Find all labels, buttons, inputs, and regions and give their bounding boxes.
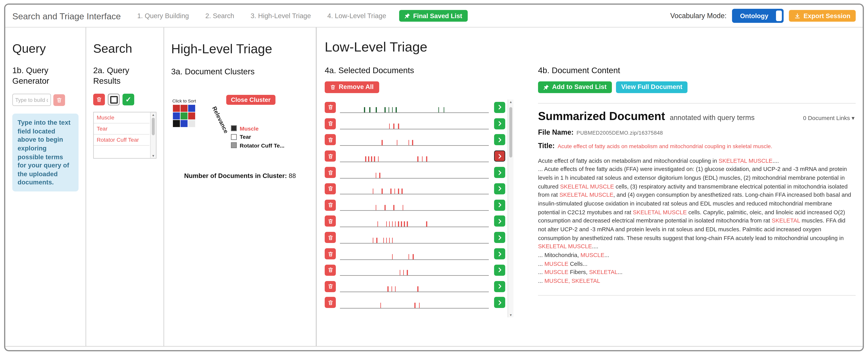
- open-document-button[interactable]: [494, 216, 505, 227]
- scroll-up-icon[interactable]: ▲: [509, 100, 512, 103]
- close-cluster-button[interactable]: Close Cluster: [226, 95, 275, 105]
- term-tick-icon: [385, 107, 386, 113]
- document-term-sparkline[interactable]: [340, 264, 489, 276]
- document-row: [325, 213, 505, 229]
- open-document-button[interactable]: [494, 232, 505, 243]
- document-term-sparkline[interactable]: [340, 167, 489, 178]
- confirm-results-button[interactable]: ✓: [123, 94, 134, 105]
- open-document-button[interactable]: [494, 134, 505, 145]
- cluster-cell[interactable]: [180, 112, 187, 119]
- open-document-button[interactable]: [494, 264, 505, 276]
- document-term-sparkline[interactable]: [340, 248, 489, 260]
- legend-item[interactable]: Tear: [231, 134, 284, 140]
- remove-document-button[interactable]: [325, 200, 336, 211]
- remove-document-button[interactable]: [325, 297, 336, 308]
- delete-result-button[interactable]: [93, 94, 105, 105]
- open-document-button[interactable]: [494, 281, 505, 292]
- query-result-item[interactable]: Tear: [94, 123, 150, 135]
- deselect-all-button[interactable]: [108, 94, 120, 105]
- scrollbar-thumb[interactable]: [152, 118, 155, 135]
- high-level-heading: High-Level Triage: [171, 42, 309, 57]
- document-links-dropdown[interactable]: 0 Document Links ▾: [803, 114, 855, 121]
- document-term-sparkline[interactable]: [340, 183, 489, 194]
- remove-document-button[interactable]: [325, 183, 336, 194]
- top-bar-right: Vocabulary Mode: Ontology Export Session: [670, 9, 856, 23]
- cluster-cell[interactable]: [173, 112, 180, 119]
- open-document-button[interactable]: [494, 118, 505, 129]
- remove-document-button[interactable]: [325, 248, 336, 259]
- results-scrollbar[interactable]: ▲ ▼: [150, 112, 156, 158]
- checkbox-icon: [110, 96, 118, 103]
- legend-item[interactable]: Muscle: [231, 125, 284, 132]
- export-session-button[interactable]: Export Session: [789, 10, 856, 22]
- document-term-sparkline[interactable]: [340, 118, 489, 130]
- remove-all-label: Remove All: [339, 84, 374, 90]
- open-document-button[interactable]: [494, 183, 505, 194]
- scrollbar-thumb[interactable]: [509, 107, 512, 157]
- open-document-button[interactable]: [494, 297, 505, 308]
- term-tick-icon: [369, 107, 370, 113]
- open-document-button[interactable]: [494, 151, 505, 162]
- open-document-button[interactable]: [494, 248, 505, 259]
- term-tick-icon: [389, 124, 390, 129]
- document-term-sparkline[interactable]: [340, 199, 489, 211]
- cluster-cell[interactable]: [188, 112, 195, 119]
- cluster-cell[interactable]: [188, 120, 195, 127]
- open-document-button[interactable]: [494, 200, 505, 211]
- scroll-up-icon[interactable]: ▲: [152, 113, 155, 116]
- remove-document-button[interactable]: [325, 216, 336, 227]
- query-result-item[interactable]: Rotator Cuff Tear: [94, 135, 150, 146]
- term-tick-icon: [395, 221, 396, 226]
- document-term-sparkline[interactable]: [340, 215, 489, 227]
- term-tick-icon: [413, 254, 414, 259]
- remove-document-button[interactable]: [325, 118, 336, 129]
- documents-scrollbar[interactable]: ▲ ▼: [507, 99, 514, 317]
- remove-document-button[interactable]: [325, 167, 336, 178]
- remove-document-button[interactable]: [325, 264, 336, 276]
- open-document-button[interactable]: [494, 102, 505, 113]
- document-term-sparkline[interactable]: [340, 297, 489, 309]
- remove-document-button[interactable]: [325, 102, 336, 113]
- nav-item-search[interactable]: 2. Search: [205, 12, 234, 19]
- legend-label: Muscle: [240, 125, 259, 132]
- remove-document-button[interactable]: [325, 232, 336, 243]
- remove-all-button[interactable]: Remove All: [325, 81, 379, 93]
- nav-item-low-level-triage[interactable]: 4. Low-Level Triage: [328, 12, 386, 19]
- check-icon: ✓: [125, 96, 131, 104]
- cluster-cell[interactable]: [180, 105, 187, 112]
- scroll-down-icon[interactable]: ▼: [509, 313, 512, 317]
- document-term-sparkline[interactable]: [340, 280, 489, 292]
- document-term-sparkline[interactable]: [340, 150, 489, 162]
- remove-document-button[interactable]: [325, 134, 336, 145]
- document-term-sparkline[interactable]: [340, 232, 489, 243]
- legend-item[interactable]: Rotator Cuff Te...: [231, 142, 284, 148]
- vocabulary-mode-toggle[interactable]: Ontology: [732, 9, 784, 23]
- term-tick-icon: [398, 221, 399, 226]
- remove-document-button[interactable]: [325, 281, 336, 292]
- remove-document-button[interactable]: [325, 151, 336, 162]
- clear-query-button[interactable]: [53, 94, 65, 106]
- scroll-down-icon[interactable]: ▼: [152, 154, 155, 157]
- query-result-item[interactable]: Muscle: [94, 112, 150, 123]
- nav-item-high-level-triage[interactable]: 3. High-Level Triage: [251, 12, 311, 19]
- click-to-sort-label[interactable]: Click to Sort: [172, 98, 196, 103]
- document-term-sparkline[interactable]: [340, 134, 489, 146]
- query-input[interactable]: [12, 94, 51, 106]
- cluster-grid[interactable]: [172, 105, 195, 128]
- cluster-cell[interactable]: [173, 120, 180, 127]
- nav-item-query-building[interactable]: 1. Query Building: [137, 12, 189, 19]
- pin-icon: [543, 84, 549, 90]
- document-term-sparkline[interactable]: [340, 102, 489, 113]
- document-row: [325, 148, 505, 164]
- cluster-cell[interactable]: [180, 120, 187, 127]
- add-to-saved-list-button[interactable]: Add to Saved List: [538, 81, 612, 93]
- document-title-value: Acute effect of fatty acids on metabolis…: [558, 143, 772, 149]
- caret-down-icon: ▾: [851, 114, 855, 121]
- low-level-heading: Low-Level Triage: [325, 39, 856, 55]
- cluster-legend: MuscleTearRotator Cuff Te...: [231, 125, 284, 151]
- view-full-document-button[interactable]: View Full Document: [616, 81, 688, 93]
- cluster-cell[interactable]: [188, 105, 195, 112]
- open-document-button[interactable]: [494, 167, 505, 178]
- final-saved-list-button[interactable]: Final Saved List: [399, 10, 467, 22]
- cluster-cell[interactable]: [173, 105, 180, 112]
